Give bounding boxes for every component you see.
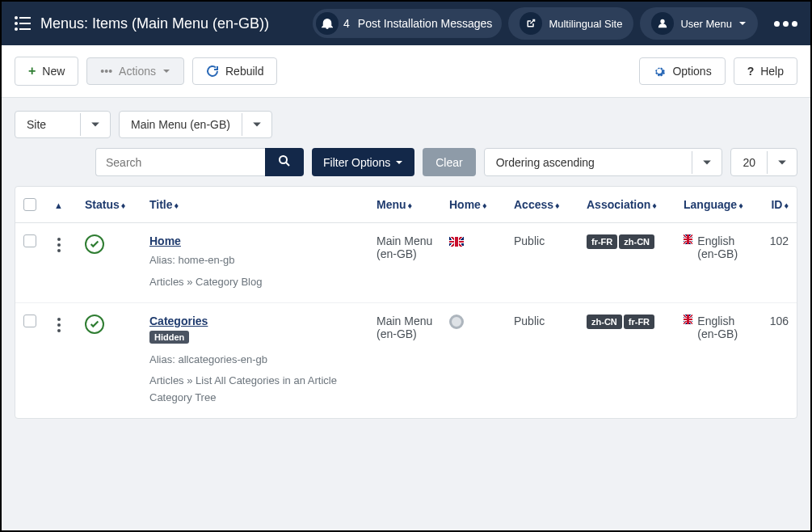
refresh-icon bbox=[206, 65, 219, 78]
more-menu[interactable] bbox=[774, 21, 797, 27]
menu-cell: Main Menu (en-GB) bbox=[368, 223, 441, 303]
item-title-link[interactable]: Categories bbox=[149, 315, 208, 327]
col-id[interactable]: ID♦ bbox=[756, 187, 797, 223]
uk-flag-icon bbox=[684, 234, 692, 244]
association-cell: fr-FRzh-CN bbox=[578, 223, 675, 303]
dots-icon: ••• bbox=[100, 65, 112, 78]
new-button[interactable]: + New bbox=[15, 57, 78, 86]
row-actions-menu[interactable] bbox=[54, 234, 69, 255]
svg-point-0 bbox=[15, 16, 18, 19]
sort-icon: ♦ bbox=[175, 201, 179, 210]
col-association[interactable]: Association♦ bbox=[578, 187, 675, 223]
site-select[interactable]: Site bbox=[15, 111, 111, 138]
limit-select[interactable]: 20 bbox=[730, 148, 797, 176]
sort-icon: ♦ bbox=[738, 201, 743, 210]
svg-point-4 bbox=[15, 27, 18, 31]
items-table: ▲ Status♦ Title♦ Menu♦ Home♦ Access♦ Ass… bbox=[15, 186, 797, 419]
chevron-down-icon bbox=[242, 113, 271, 136]
association-badge[interactable]: fr-FR bbox=[587, 234, 617, 249]
help-button[interactable]: ? Help bbox=[734, 57, 797, 85]
language-cell: English (en-GB) bbox=[675, 302, 756, 418]
page-title: Menus: Items (Main Menu (en-GB)) bbox=[40, 15, 269, 32]
user-menu-pill[interactable]: User Menu bbox=[640, 7, 758, 40]
select-all-checkbox[interactable] bbox=[23, 198, 36, 211]
sort-icon: ♦ bbox=[408, 201, 413, 210]
user-icon bbox=[651, 12, 674, 35]
row-checkbox[interactable] bbox=[23, 315, 36, 327]
col-status[interactable]: Status♦ bbox=[77, 187, 141, 223]
status-published-icon[interactable] bbox=[85, 315, 104, 334]
search-group bbox=[95, 148, 304, 176]
filter-selects: Site Main Menu (en-GB) bbox=[15, 111, 797, 138]
col-title[interactable]: Title♦ bbox=[141, 187, 368, 223]
actions-button[interactable]: ••• Actions bbox=[86, 57, 184, 85]
status-published-icon[interactable] bbox=[85, 234, 104, 254]
chevron-down-icon bbox=[692, 151, 722, 174]
home-radio[interactable] bbox=[449, 315, 464, 329]
bell-icon bbox=[316, 12, 339, 35]
menu-select[interactable]: Main Menu (en-GB) bbox=[119, 111, 272, 138]
sort-icon: ♦ bbox=[652, 201, 657, 210]
col-access[interactable]: Access♦ bbox=[506, 187, 578, 223]
notifications-pill[interactable]: 4 Post Installation Messages bbox=[313, 9, 502, 38]
question-icon: ? bbox=[747, 65, 755, 78]
home-cell bbox=[441, 302, 506, 418]
item-alias: Alias: home-en-gb bbox=[149, 252, 360, 269]
sort-icon: ♦ bbox=[121, 201, 126, 210]
search-row: Filter Options Clear Ordering ascending … bbox=[95, 148, 797, 176]
header: Menus: Items (Main Menu (en-GB)) 4 Post … bbox=[2, 2, 810, 45]
item-path: Articles » Category Blog bbox=[149, 274, 360, 291]
item-path: Articles » List All Categories in an Art… bbox=[149, 373, 360, 407]
association-badge[interactable]: zh-CN bbox=[619, 234, 654, 249]
chevron-down-icon bbox=[738, 19, 747, 27]
col-language[interactable]: Language♦ bbox=[675, 187, 756, 223]
search-button[interactable] bbox=[265, 148, 304, 176]
svg-line-8 bbox=[286, 163, 289, 166]
content: Site Main Menu (en-GB) Filter Options Cl… bbox=[2, 98, 810, 432]
chevron-down-icon bbox=[395, 158, 403, 167]
col-menu[interactable]: Menu♦ bbox=[368, 187, 441, 223]
row-actions-menu[interactable] bbox=[54, 315, 69, 336]
rebuild-button[interactable]: Rebuild bbox=[192, 57, 277, 85]
chevron-down-icon bbox=[162, 67, 170, 75]
uk-flag-icon[interactable] bbox=[449, 237, 464, 247]
toolbar: + New ••• Actions Rebuild Options ? Help bbox=[2, 45, 810, 98]
col-ordering[interactable]: ▲ bbox=[46, 187, 77, 223]
svg-rect-5 bbox=[19, 28, 31, 30]
search-input[interactable] bbox=[95, 148, 265, 176]
hidden-badge: Hidden bbox=[149, 331, 189, 344]
association-badge[interactable]: fr-FR bbox=[624, 315, 654, 329]
id-cell: 102 bbox=[756, 223, 797, 303]
clear-button[interactable]: Clear bbox=[423, 148, 475, 176]
sort-icon: ♦ bbox=[482, 201, 487, 210]
user-menu-label: User Menu bbox=[680, 18, 732, 30]
association-cell: zh-CNfr-FR bbox=[578, 302, 675, 418]
filter-options-button[interactable]: Filter Options bbox=[312, 148, 414, 176]
ordering-select[interactable]: Ordering ascending bbox=[484, 148, 723, 176]
external-link-icon bbox=[520, 12, 542, 35]
svg-point-6 bbox=[661, 19, 665, 23]
row-checkbox[interactable] bbox=[23, 234, 36, 247]
sort-icon: ♦ bbox=[784, 201, 789, 210]
access-cell: Public bbox=[506, 223, 578, 303]
col-home[interactable]: Home♦ bbox=[441, 187, 506, 223]
language-cell: English (en-GB) bbox=[675, 223, 756, 303]
menu-list-icon bbox=[15, 16, 31, 31]
multilingual-pill[interactable]: Multilingual Site bbox=[508, 7, 633, 40]
sort-icon: ♦ bbox=[555, 201, 560, 210]
svg-point-7 bbox=[280, 156, 287, 163]
svg-rect-1 bbox=[19, 17, 31, 19]
options-button[interactable]: Options bbox=[639, 57, 725, 85]
chevron-down-icon bbox=[767, 151, 797, 174]
search-icon bbox=[278, 154, 291, 167]
table-row: CategoriesHiddenAlias: allcategories-en-… bbox=[15, 302, 797, 418]
plus-icon: + bbox=[28, 64, 36, 78]
uk-flag-icon bbox=[684, 315, 692, 324]
gear-icon bbox=[653, 65, 666, 78]
item-title-link[interactable]: Home bbox=[149, 234, 181, 247]
association-badge[interactable]: zh-CN bbox=[587, 315, 622, 329]
svg-point-2 bbox=[15, 22, 18, 25]
caret-up-icon: ▲ bbox=[54, 201, 63, 210]
header-title-group: Menus: Items (Main Menu (en-GB)) bbox=[15, 15, 313, 32]
notif-label: Post Installation Messages bbox=[358, 17, 493, 30]
